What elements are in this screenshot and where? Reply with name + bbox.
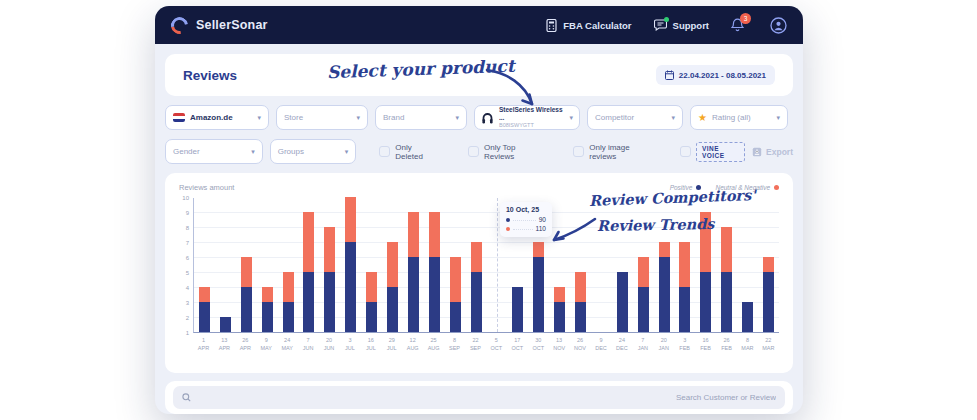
- negative-segment: [471, 242, 482, 272]
- bar-column: [298, 198, 319, 332]
- gender-dropdown[interactable]: Gender ▾: [165, 139, 263, 164]
- bar-column: [382, 198, 403, 332]
- brand-placeholder: Brand: [383, 113, 404, 122]
- positive-segment: [554, 302, 565, 332]
- tooltip-negative-value: 110: [536, 225, 546, 232]
- positive-segment: [450, 302, 461, 332]
- only-deleted-checkbox[interactable]: [379, 146, 390, 157]
- date-range-picker[interactable]: 22.04.2021 - 08.05.2021: [656, 65, 775, 85]
- x-axis-labels: 1APR13APR26APR9MAY24MAY7JUN20JUN3JUL16JU…: [193, 336, 779, 353]
- stacked-bar[interactable]: [450, 257, 461, 332]
- bar-column: [716, 198, 737, 332]
- notification-badge: 3: [740, 13, 751, 24]
- negative-segment: [659, 242, 670, 257]
- stacked-bar[interactable]: [575, 272, 586, 332]
- support-button[interactable]: Support: [654, 19, 709, 31]
- notifications-button[interactable]: 3: [731, 18, 744, 32]
- chevron-down-icon: ▾: [671, 114, 675, 122]
- negative-segment: [700, 212, 711, 272]
- stacked-bar[interactable]: [345, 197, 356, 332]
- profile-button[interactable]: [770, 17, 787, 34]
- stacked-bar[interactable]: [324, 227, 335, 332]
- x-tick-label: 12AUG: [402, 336, 423, 353]
- bar-column: [361, 198, 382, 332]
- x-tick-label: 24DEC: [611, 336, 632, 353]
- groups-dropdown[interactable]: Groups ▾: [270, 139, 357, 164]
- product-dropdown[interactable]: SteelSeries Wireless ... B08ISWYGTT ▾: [474, 105, 580, 130]
- search-box[interactable]: [173, 386, 785, 409]
- positive-segment: [617, 272, 628, 332]
- stacked-bar[interactable]: [283, 272, 294, 332]
- stacked-bar[interactable]: [533, 242, 544, 332]
- marketplace-dropdown[interactable]: Amazon.de ▾: [165, 105, 269, 130]
- negative-segment: [533, 242, 544, 257]
- chevron-down-icon: ▾: [776, 114, 780, 122]
- vine-voice-badge: VINE VOICE: [696, 142, 745, 162]
- brand-dropdown[interactable]: Brand ▾: [375, 105, 467, 130]
- brand-logo[interactable]: SellerSonar: [171, 17, 268, 34]
- negative-segment: [763, 257, 774, 272]
- export-button[interactable]: Export: [752, 147, 793, 157]
- page-title: Reviews: [183, 68, 237, 83]
- fba-calculator-button[interactable]: FBA Calculator: [546, 19, 631, 32]
- store-dropdown[interactable]: Store ▾: [276, 105, 368, 130]
- filter-row-1: Amazon.de ▾ Store ▾ Brand ▾ SteelSeries …: [165, 105, 793, 130]
- tooltip-date: 10 Oct, 25: [506, 206, 546, 213]
- positive-segment: [742, 302, 753, 332]
- stacked-bar[interactable]: [408, 212, 419, 332]
- stacked-bar[interactable]: [742, 302, 753, 332]
- stacked-bar[interactable]: [387, 242, 398, 332]
- competitor-dropdown[interactable]: Competitor ▾: [587, 105, 683, 130]
- negative-segment: [262, 287, 273, 302]
- stacked-bar[interactable]: [763, 257, 774, 332]
- bar-column: [257, 198, 278, 332]
- groups-placeholder: Groups: [278, 147, 304, 156]
- stacked-bar[interactable]: [262, 287, 273, 332]
- stacked-bar[interactable]: [617, 272, 628, 332]
- stacked-bar[interactable]: [471, 242, 482, 332]
- bar-column: [445, 198, 466, 332]
- search-input[interactable]: [197, 393, 776, 402]
- x-tick-label: 22MAR: [758, 336, 779, 353]
- stacked-bar[interactable]: [638, 257, 649, 332]
- tooltip-positive-value: 90: [539, 216, 546, 223]
- legend-positive[interactable]: Positive: [670, 184, 702, 191]
- bar-column: [674, 198, 695, 332]
- stacked-bar[interactable]: [241, 257, 252, 332]
- stacked-bar[interactable]: [721, 227, 732, 332]
- brand-name: SellerSonar: [196, 18, 268, 32]
- stacked-bar[interactable]: [366, 272, 377, 332]
- chevron-down-icon: ▾: [345, 148, 349, 156]
- tooltip-positive-dot-icon: [506, 218, 510, 222]
- vine-voice-checkbox[interactable]: [680, 146, 691, 157]
- calendar-icon: [665, 70, 674, 80]
- x-tick-label: 25AUG: [423, 336, 444, 353]
- only-image-reviews-checkbox[interactable]: [573, 146, 584, 157]
- rating-dropdown[interactable]: ★ Rating (all) ▾: [690, 105, 788, 130]
- stacked-bar[interactable]: [429, 212, 440, 332]
- product-asin: B08ISWYGTT: [499, 122, 564, 129]
- chevron-down-icon: ▾: [257, 114, 261, 122]
- negative-segment: [429, 212, 440, 257]
- stacked-bar[interactable]: [512, 287, 523, 332]
- search-card: [165, 381, 793, 414]
- negative-segment: [241, 257, 252, 287]
- stacked-bar[interactable]: [199, 287, 210, 332]
- legend-neutral-negative[interactable]: Neutral & Negative: [715, 184, 779, 191]
- stacked-bar[interactable]: [303, 212, 314, 332]
- only-top-reviews-checkbox[interactable]: [468, 146, 479, 157]
- stacked-bar[interactable]: [554, 287, 565, 332]
- user-avatar-icon: [770, 17, 787, 34]
- stacked-bar[interactable]: [659, 242, 670, 332]
- stacked-bar[interactable]: [679, 242, 690, 332]
- negative-segment: [575, 272, 586, 302]
- stacked-bar[interactable]: [220, 317, 231, 332]
- positive-segment: [387, 287, 398, 332]
- x-tick-label: 5OCT: [486, 336, 507, 353]
- plot-area: 10 Oct, 25 90 110: [193, 198, 779, 333]
- tooltip-negative-dot-icon: [506, 227, 510, 231]
- top-navbar: SellerSonar FBA Calculator Support: [155, 6, 803, 44]
- stacked-bar[interactable]: [700, 212, 711, 332]
- x-tick-label: 30OCT: [528, 336, 549, 353]
- negative-segment: [324, 227, 335, 272]
